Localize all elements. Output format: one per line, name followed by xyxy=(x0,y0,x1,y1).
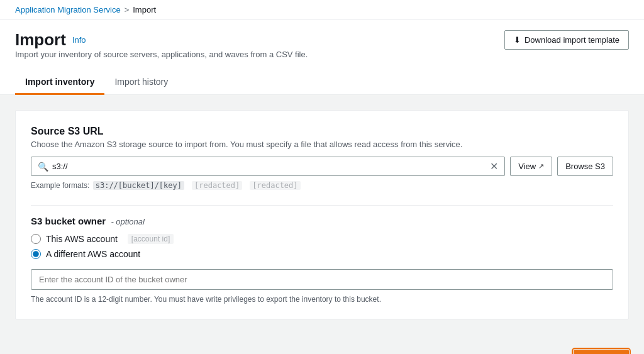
account-id-input[interactable] xyxy=(31,269,613,290)
aws-account-id-badge: [account id] xyxy=(128,234,174,244)
url-input-wrapper: 🔍 ✕ xyxy=(31,157,505,176)
external-link-icon: ↗ xyxy=(538,162,544,170)
breadcrumb: Application Migration Service > Import xyxy=(0,0,644,20)
browse-s3-button[interactable]: Browse S3 xyxy=(557,157,613,176)
url-input-row: 🔍 ✕ View ↗ Browse S3 xyxy=(31,157,613,176)
example-value-3: [redacted] xyxy=(250,181,300,190)
download-btn-label: Download import template xyxy=(525,35,619,45)
account-hint: The account ID is a 12-digit number. You… xyxy=(31,295,613,304)
radio-this-aws-account-input[interactable] xyxy=(31,234,41,244)
source-s3-url-title: Source S3 URL xyxy=(31,126,613,137)
s3-bucket-owner-title: S3 bucket owner - optional xyxy=(31,216,613,226)
section-divider xyxy=(31,205,613,206)
breadcrumb-current: Import xyxy=(133,5,156,14)
view-button[interactable]: View ↗ xyxy=(510,157,552,176)
clear-url-button[interactable]: ✕ xyxy=(490,162,498,172)
radio-different-aws-account-label: A different AWS account xyxy=(46,249,140,259)
radio-different-aws-account-input[interactable] xyxy=(31,249,41,259)
breadcrumb-service-link[interactable]: Application Migration Service xyxy=(15,5,121,14)
download-icon: ⬇ xyxy=(514,35,521,45)
radio-different-aws-account[interactable]: A different AWS account xyxy=(31,249,613,259)
example-value: s3://[bucket]/[key] xyxy=(93,181,184,190)
download-import-template-button[interactable]: ⬇ Download import template xyxy=(504,30,629,50)
radio-this-aws-account-label: This AWS account xyxy=(46,234,118,244)
breadcrumb-separator: > xyxy=(125,5,130,14)
tab-import-history[interactable]: Import history xyxy=(104,70,178,95)
radio-this-aws-account[interactable]: This AWS account [account id] xyxy=(31,234,613,244)
page-header: Import Info Import your inventory of sou… xyxy=(0,20,644,95)
page-subtitle: Import your inventory of source servers,… xyxy=(15,50,308,59)
source-s3-url-input[interactable] xyxy=(52,157,486,175)
main-content: Source S3 URL Choose the Amazon S3 stora… xyxy=(0,95,644,350)
example-value-2: [redacted] xyxy=(192,181,242,190)
info-button[interactable]: Info xyxy=(72,34,86,46)
import-form-card: Source S3 URL Choose the Amazon S3 stora… xyxy=(15,110,629,319)
source-s3-url-desc: Choose the Amazon S3 storage source to i… xyxy=(31,140,613,149)
tabs: Import inventory Import history xyxy=(15,70,629,94)
page-title: Import xyxy=(15,30,66,50)
tab-import-inventory[interactable]: Import inventory xyxy=(15,70,104,95)
radio-group: This AWS account [account id] A differen… xyxy=(31,234,613,259)
import-button[interactable]: Import xyxy=(574,350,629,354)
search-icon: 🔍 xyxy=(38,162,48,172)
footer: Import xyxy=(0,350,644,354)
example-formats: Example formats: s3://[bucket]/[key] [re… xyxy=(31,181,613,190)
